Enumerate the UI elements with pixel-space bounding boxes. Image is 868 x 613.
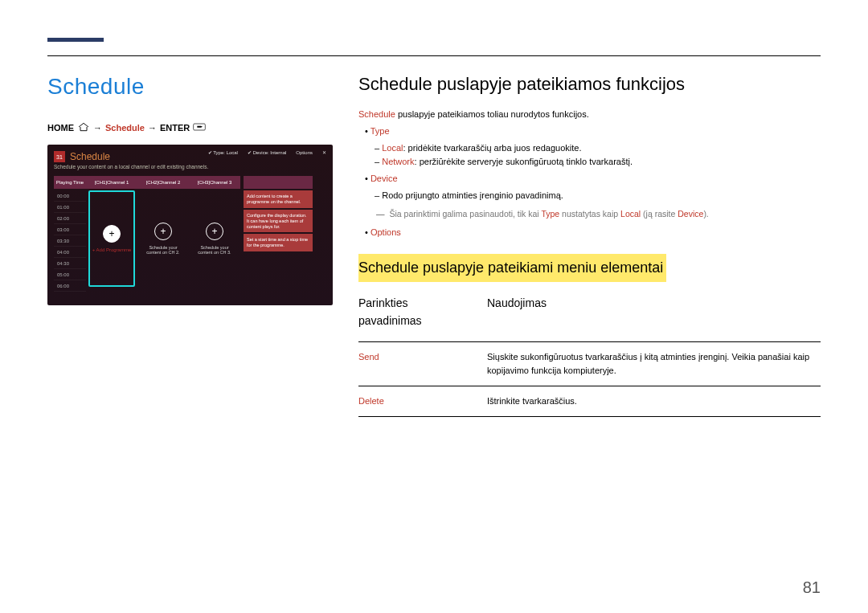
note-text: Šia parinktimi galima pasinaudoti, tik k… <box>376 207 821 220</box>
time-row: 00:00 <box>54 190 86 202</box>
time-row: 03:30 <box>54 235 86 247</box>
table-header-name: Parinktiespavadinimas <box>358 293 487 341</box>
info-block-1: Add content to create a programme on the… <box>244 190 313 208</box>
info-block-2: Configure the display duration. It can h… <box>244 210 313 233</box>
kw-network: Network <box>382 157 414 166</box>
time-row: 06:00 <box>54 280 86 292</box>
option-desc: Siųskite sukonfigūruotus tvarkaraščius į… <box>487 341 821 386</box>
breadcrumb-schedule: Schedule <box>105 123 145 133</box>
channel-card-3: + Schedule your content on CH 3. <box>191 190 238 287</box>
tv-subtitle: Schedule your content on a local channel… <box>54 164 326 170</box>
option-name: Send <box>358 341 487 386</box>
kw-device: Device <box>371 174 398 183</box>
calendar-icon: 31 <box>54 151 65 162</box>
breadcrumb-home: HOME <box>47 123 74 133</box>
option-name: Delete <box>358 386 487 416</box>
tv-title: Schedule <box>70 151 110 162</box>
breadcrumb: HOME → Schedule → ENTER <box>47 122 333 133</box>
time-row: 04:30 <box>54 258 86 269</box>
section-heading: Schedule puslapyje pateikiamos funkcijos <box>358 74 821 95</box>
table-header-usage: Naudojimas <box>487 293 821 341</box>
plus-icon: + <box>154 223 172 240</box>
tv-screenshot: 31 Schedule ✔ Type: Local ✔ Device: Inte… <box>47 145 333 305</box>
plus-icon: + <box>103 225 121 243</box>
schedule-label-ch3: Schedule your content on CH 3. <box>193 245 236 255</box>
kw-local: Local <box>382 143 403 153</box>
subsection-heading: Schedule puslapyje pateikiami meniu elem… <box>358 254 666 283</box>
close-icon: ✕ <box>322 149 326 155</box>
table-row: Delete Ištrinkite tvarkaraščius. <box>358 386 821 416</box>
page-number: 81 <box>803 578 821 597</box>
table-row: Send Siųskite sukonfigūruotus tvarkarašč… <box>358 341 821 386</box>
header-divider <box>47 55 821 56</box>
add-programme-label: + Add Programme <box>92 247 132 252</box>
breadcrumb-enter: ENTER <box>160 123 190 133</box>
arrow-icon: → <box>148 123 157 133</box>
kw-schedule: Schedule <box>358 109 395 119</box>
tv-options-label: Options <box>296 150 313 155</box>
header-accent-bar <box>47 38 104 42</box>
time-row: 01:00 <box>54 202 86 213</box>
time-row: 04:00 <box>54 247 86 258</box>
col-header-time: Playing Time <box>54 176 86 189</box>
plus-icon: + <box>206 223 223 240</box>
body-text: Schedule puslapyje pateikiamos toliau nu… <box>358 108 821 417</box>
col-header-ch2: [CH2]Channel 2 <box>137 176 189 189</box>
time-row: 02:00 <box>54 213 86 224</box>
schedule-label-ch2: Schedule your content on CH 2. <box>141 245 185 255</box>
info-block-3: Set a start time and a stop time for the… <box>244 234 313 251</box>
kw-type: Type <box>371 126 390 136</box>
tv-type-label: ✔ Type: Local <box>208 149 238 155</box>
options-table: Parinktiespavadinimas Naudojimas Send Si… <box>358 293 821 417</box>
time-row: 03:00 <box>54 224 86 235</box>
tv-device-label: ✔ Device: Internal <box>248 149 286 155</box>
home-icon <box>77 122 90 133</box>
channel-card-2: + Schedule your content on CH 2. <box>140 190 186 287</box>
option-desc: Ištrinkite tvarkaraščius. <box>487 386 821 416</box>
kw-options: Options <box>371 227 401 237</box>
col-header-info <box>244 176 313 189</box>
time-row: 05:00 <box>54 269 86 280</box>
arrow-icon: → <box>93 123 102 133</box>
page-title: Schedule <box>47 74 333 100</box>
enter-icon <box>193 122 206 133</box>
channel-card-1: + + Add Programme <box>88 190 135 287</box>
col-header-ch3: [CH3]Channel 3 <box>189 176 240 189</box>
col-header-ch1: [CH1]Channel 1 <box>86 176 137 189</box>
